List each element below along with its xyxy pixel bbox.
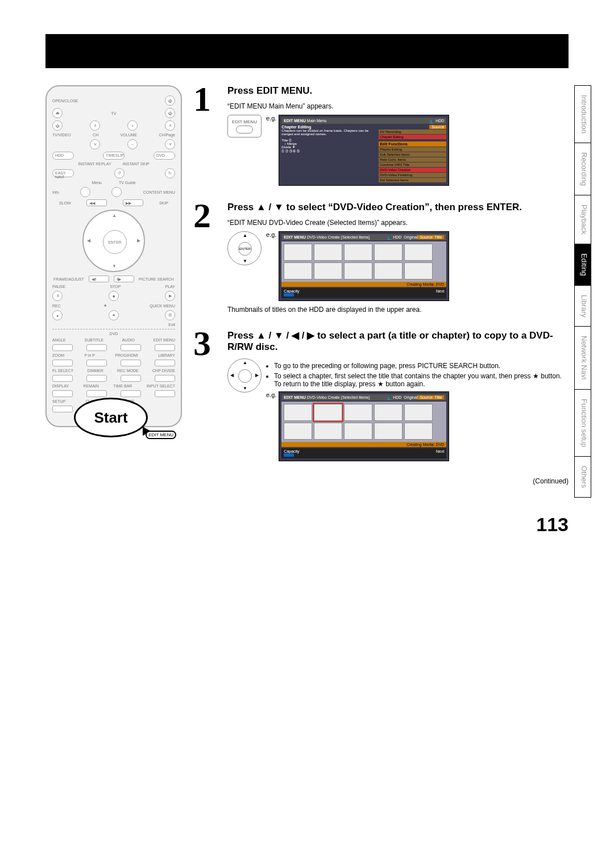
step-2-footer: Thumbnails of titles on the HDD are disp… [227, 306, 569, 314]
label-proghdmi: PROG/HDMI [115, 353, 138, 357]
chpage-up-button[interactable]: ∧ [165, 120, 175, 131]
thumb [404, 404, 433, 421]
hdd-button[interactable]: HDD [52, 152, 74, 160]
ch-up-button[interactable]: ∧ [90, 120, 100, 131]
chpage-down-button[interactable]: ∨ [165, 139, 175, 149]
play-button[interactable]: ▶ [165, 291, 175, 301]
tab-playback[interactable]: Playback [574, 195, 591, 244]
instant-replay-button[interactable]: ↺ [114, 168, 125, 178]
search-button[interactable]: Ⅱ▶ [114, 276, 134, 282]
section-tabs: Introduction Recording Playback Editing … [574, 85, 591, 497]
vol-up-button[interactable]: + [127, 120, 138, 131]
stop-button[interactable]: ■ [109, 291, 119, 301]
star-button[interactable]: ★ [109, 310, 119, 320]
power-button[interactable]: ⏻ [165, 95, 175, 106]
ch-down-button[interactable]: ∨ [90, 139, 100, 149]
screen1-hdd: HDD [435, 119, 444, 123]
quick-menu-button[interactable]: ☰ [165, 310, 175, 320]
dvd-button[interactable]: DVD [154, 152, 175, 160]
thumb [374, 404, 403, 421]
editmenu-button[interactable] [155, 344, 175, 351]
chpdivide-button[interactable] [155, 375, 175, 382]
display-button[interactable] [52, 390, 73, 397]
label-angle: ANGLE [52, 338, 66, 342]
tab-introduction[interactable]: Introduction [574, 85, 591, 143]
label-flselect: FL SELECT [52, 369, 73, 373]
thumb [374, 423, 403, 440]
label-open-close: OPEN/CLOSE [52, 99, 78, 103]
step-2-title-a: Press [227, 202, 256, 212]
tvguide-button[interactable] [111, 187, 122, 197]
flselect-button[interactable] [52, 375, 73, 382]
library-button[interactable] [155, 360, 175, 366]
eject-button[interactable]: ⏏ [52, 108, 63, 118]
timebar-button[interactable] [121, 390, 141, 397]
step-2-number: 2 [193, 202, 222, 314]
screen2-source: Source: Title [417, 235, 444, 239]
tab-function-setup[interactable]: Function setup [574, 389, 591, 457]
audio-button[interactable] [121, 344, 141, 351]
label-ch: CH [93, 133, 98, 137]
pause-button[interactable]: Ⅱ [52, 291, 63, 301]
screen-dvd-create-2: EDIT MENU DVD-Video Create (Selected Ite… [279, 231, 449, 301]
zoom-button[interactable] [52, 360, 73, 366]
screen-dvd-create-3: EDIT MENU DVD-Video Create (Selected Ite… [279, 391, 449, 461]
skip-button[interactable]: ▶▶ [123, 199, 143, 206]
tab-editing[interactable]: Editing [574, 244, 591, 286]
label-exit: Exit [168, 323, 175, 327]
easy-navi-button[interactable]: EASY NAVI [52, 169, 74, 177]
label-volume: VOLUME [121, 133, 138, 137]
enter-button[interactable]: ENTER [103, 230, 127, 254]
thumb [344, 262, 372, 279]
thumb [374, 262, 403, 279]
screen2-orig: Original [404, 235, 417, 239]
subtitle-button[interactable] [86, 344, 107, 351]
thumb [344, 404, 372, 421]
step-2-arrows: ▲ / ▼ [256, 202, 284, 212]
instant-skip-button[interactable]: ↻ [165, 168, 175, 178]
remain-button[interactable] [86, 390, 107, 397]
dpad[interactable]: ▲ ▼ ◀ ▶ ENTER [82, 210, 145, 272]
label-menu: Menu [92, 181, 102, 185]
screen1-section: Chapter Editing [281, 125, 376, 129]
screen-main-menu: EDIT MENU Main Menu📺 HDD Chapter Editing… [279, 115, 449, 186]
thumb [314, 262, 342, 279]
tab-library[interactable]: Library [574, 285, 591, 327]
tv-power-button[interactable]: ⏻ [165, 108, 175, 118]
dimmer-button[interactable] [86, 375, 107, 382]
label-setup: SETUP [52, 399, 65, 403]
step-1-number: 1 [193, 85, 222, 186]
angle-button[interactable] [52, 344, 73, 351]
pinp-button[interactable] [86, 360, 107, 366]
frame-button[interactable]: ◀Ⅱ [89, 276, 109, 282]
label-play: PLAY [165, 285, 175, 289]
tvvideo-button[interactable]: ⏻ [52, 120, 63, 131]
step-3-title: Press ▲ / ▼ / ◀ / ▶ to select a part (a … [227, 329, 569, 353]
vol-down-button[interactable]: − [127, 139, 138, 149]
tab-others[interactable]: Others [574, 456, 591, 498]
eg-label-2: e.g. [266, 231, 276, 238]
tab-recording[interactable]: Recording [574, 143, 591, 195]
setup-button[interactable] [52, 406, 73, 412]
screen1-source: Source [429, 125, 446, 129]
slow-button[interactable]: ◀◀ [86, 199, 107, 206]
step-2: 2 Press ▲ / ▼ to select “DVD-Video Creat… [193, 202, 569, 314]
mini-center [238, 369, 252, 383]
thumb [374, 244, 403, 261]
step-2-body: “EDIT MENU DVD-Video Create (Selected It… [227, 219, 569, 227]
tab-network-navi[interactable]: Network Navi [574, 326, 591, 389]
screen1-divide: Divide [281, 145, 291, 149]
menu-button[interactable] [80, 187, 90, 197]
timeslip-button[interactable]: TIMESLIP [103, 152, 125, 160]
mini-enter: ENTER [238, 242, 252, 256]
thumb [404, 262, 433, 279]
screen2-creating: Creating Media: DVD [281, 282, 446, 287]
step-3: 3 Press ▲ / ▼ / ◀ / ▶ to select a part (… [193, 329, 569, 461]
inputselect-button[interactable] [155, 390, 175, 397]
recmode-button[interactable] [121, 375, 141, 382]
start-callout: Start [74, 398, 148, 437]
rec-button[interactable]: ● [52, 310, 63, 320]
step-1-title: Press EDIT MENU. [227, 85, 569, 97]
proghdmi-button[interactable] [121, 360, 141, 366]
step-3-bullets: To go to the preceding or following page… [266, 362, 569, 388]
